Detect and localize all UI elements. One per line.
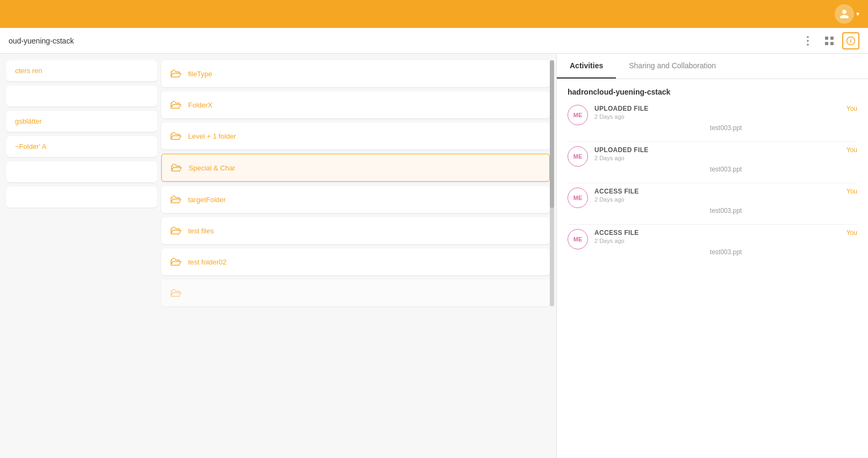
activity-file: test003.ppt [594, 246, 857, 257]
sidebar: Activities Sharing and Collaboration had… [556, 54, 868, 458]
list-item[interactable]: 🗁 fileType [161, 60, 550, 87]
list-item[interactable]: 🗁 FolderX [161, 91, 550, 118]
folder-icon: 🗁 [170, 161, 182, 175]
user-menu-button[interactable] [835, 4, 854, 24]
avatar: ME [568, 188, 588, 208]
folder-icon: 🗁 [170, 67, 182, 81]
list-item[interactable]: 🗁 Level + 1 folder [161, 123, 550, 149]
list-item[interactable] [6, 161, 157, 182]
activity-time: 2 Days ago [594, 238, 857, 244]
tab-sharing[interactable]: Sharing and Collaboration [616, 54, 729, 78]
folder-icon: 🗁 [170, 224, 182, 238]
folder-icon: 🗁 [170, 98, 182, 112]
folder-icon: 🗁 [170, 192, 182, 206]
list-item[interactable]: 🗁 [161, 280, 550, 306]
svg-rect-5 [825, 42, 828, 45]
tab-activities[interactable]: Activities [557, 54, 616, 78]
activity-header: UPLOADED FILE You [594, 146, 857, 154]
file-panel: cters ren gsblätter ~Folder' A [0, 54, 556, 458]
activity-action: UPLOADED FILE [594, 146, 649, 154]
svg-point-2 [807, 44, 809, 46]
list-item[interactable] [6, 85, 157, 106]
activity-time: 2 Days ago [594, 155, 857, 161]
avatar: ME [568, 229, 588, 249]
svg-text:i: i [850, 37, 852, 44]
activity-file: test003.ppt [594, 205, 857, 216]
activity-details: ACCESS FILE You 2 Days ago test003.ppt [594, 229, 857, 257]
folder-icon: 🗁 [170, 286, 182, 300]
activity-item: ME ACCESS FILE You 2 Days ago test003.pp… [568, 188, 857, 225]
avatar: ME [568, 105, 588, 125]
activity-you: You [847, 105, 857, 112]
folder-icon: 🗁 [170, 255, 182, 269]
svg-rect-3 [825, 37, 828, 40]
top-bar: ▾ [0, 0, 868, 28]
grid-view-button[interactable] [821, 32, 838, 49]
activity-you: You [847, 146, 857, 154]
activity-details: UPLOADED FILE You 2 Days ago test003.ppt [594, 146, 857, 174]
activity-file: test003.ppt [594, 122, 857, 133]
activities-content: hadroncloud-yuening-cstack ME UPLOADED F… [557, 79, 868, 458]
more-options-button[interactable] [799, 32, 816, 49]
list-item[interactable]: gsblätter [6, 111, 157, 132]
sub-header: oud-yuening-cstack i [0, 28, 868, 54]
activity-action: ACCESS FILE [594, 188, 639, 195]
activity-header: ACCESS FILE You [594, 229, 857, 237]
svg-point-0 [807, 36, 809, 38]
activity-header: UPLOADED FILE You [594, 105, 857, 112]
activities-title: hadroncloud-yuening-cstack [568, 88, 857, 96]
scroll-thumb[interactable] [550, 60, 554, 208]
list-item-special-char[interactable]: 🗁 Special & Char [161, 154, 550, 182]
activity-action: ACCESS FILE [594, 229, 639, 237]
activity-details: UPLOADED FILE You 2 Days ago test003.ppt [594, 105, 857, 133]
activity-you: You [847, 188, 857, 195]
svg-rect-6 [830, 42, 834, 45]
info-button[interactable]: i [842, 32, 859, 49]
list-item[interactable]: cters ren [6, 60, 157, 81]
avatar: ME [568, 146, 588, 167]
svg-rect-4 [830, 37, 834, 40]
main-layout: cters ren gsblätter ~Folder' A [0, 54, 868, 458]
activity-item: ME UPLOADED FILE You 2 Days ago test003.… [568, 146, 857, 183]
activity-item: ME UPLOADED FILE You 2 Days ago test003.… [568, 105, 857, 142]
activity-time: 2 Days ago [594, 196, 857, 203]
user-menu-chevron[interactable]: ▾ [856, 10, 859, 18]
activity-file: test003.ppt [594, 163, 857, 174]
activity-action: UPLOADED FILE [594, 105, 649, 112]
activity-item: ME ACCESS FILE You 2 Days ago test003.pp… [568, 229, 857, 266]
folder-icon: 🗁 [170, 129, 182, 143]
activity-you: You [847, 229, 857, 237]
svg-point-1 [807, 40, 809, 42]
activity-header: ACCESS FILE You [594, 188, 857, 195]
activity-time: 2 Days ago [594, 113, 857, 120]
scroll-track [550, 60, 554, 306]
list-item[interactable]: ~Folder' A [6, 136, 157, 157]
activity-details: ACCESS FILE You 2 Days ago test003.ppt [594, 188, 857, 216]
list-item[interactable]: 🗁 test files [161, 217, 550, 244]
header-actions: i [799, 32, 859, 49]
sidebar-tabs: Activities Sharing and Collaboration [557, 54, 868, 79]
list-item[interactable]: 🗁 targetFolder [161, 186, 550, 213]
breadcrumb-title: oud-yuening-cstack [9, 37, 74, 45]
list-item[interactable]: 🗁 test folder02 [161, 248, 550, 275]
list-item[interactable] [6, 187, 157, 207]
